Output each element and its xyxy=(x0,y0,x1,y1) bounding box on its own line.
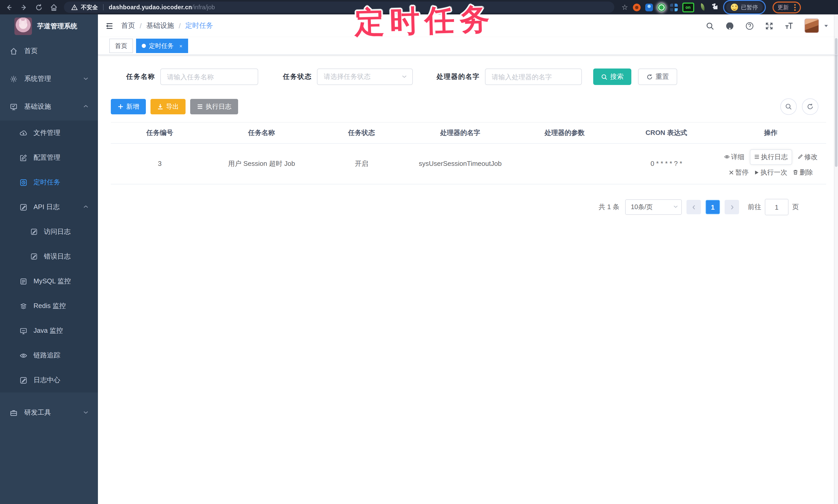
cell-handler-name: sysUserSessionTimeoutJob xyxy=(409,143,512,184)
sidebar-item-trace[interactable]: 链路追踪 xyxy=(0,343,98,368)
goto-page-input[interactable] xyxy=(765,199,788,215)
download-icon xyxy=(157,104,163,110)
extension-icon[interactable] xyxy=(645,3,653,11)
timer-icon xyxy=(20,179,27,186)
refresh-icon xyxy=(806,103,814,110)
export-button[interactable]: 导出 xyxy=(151,99,186,114)
user-avatar[interactable] xyxy=(804,19,819,33)
prev-page-button[interactable] xyxy=(686,200,701,214)
search-button[interactable]: 搜索 xyxy=(593,69,631,85)
page-1-button[interactable]: 1 xyxy=(705,200,720,214)
chrome-update-label[interactable]: 更新 xyxy=(778,3,789,11)
sidebar-item-java-monitor[interactable]: Java 监控 xyxy=(0,318,98,343)
sidebar-item-redis-monitor[interactable]: Redis 监控 xyxy=(0,293,98,318)
row-exec-log-link[interactable]: 执行日志 xyxy=(750,149,792,165)
home-icon[interactable] xyxy=(50,3,58,11)
extension-icon[interactable] xyxy=(633,3,640,11)
sidebar-fold-icon[interactable] xyxy=(105,21,114,30)
bookmark-star-icon[interactable]: ☆ xyxy=(622,4,628,11)
breadcrumb-home[interactable]: 首页 xyxy=(121,21,135,30)
chevron-down-icon[interactable] xyxy=(824,21,829,30)
chevron-down-icon xyxy=(673,203,678,211)
run-once-link[interactable]: 执行一次 xyxy=(754,167,787,179)
sidebar-item-dev-tools[interactable]: 研发工具 xyxy=(0,399,98,427)
extension-icon[interactable] xyxy=(657,3,665,11)
sidebar-item-home[interactable]: 首页 xyxy=(0,37,98,65)
play-icon xyxy=(754,170,759,175)
tag-home[interactable]: 首页 xyxy=(109,39,133,53)
page-size-select[interactable]: 10条/页 xyxy=(625,199,682,215)
tag-scheduled-jobs[interactable]: 定时任务 × xyxy=(136,39,188,53)
browser-menu-icon[interactable] xyxy=(794,4,796,11)
search-icon xyxy=(785,103,792,110)
detail-link[interactable]: 详细 xyxy=(724,151,745,162)
address-bar[interactable]: 不安全 dashboard.yudao.iocoder.cn /infra/jo… xyxy=(64,2,614,13)
chevron-up-icon xyxy=(83,103,89,110)
breadcrumb-current: 定时任务 xyxy=(185,21,213,30)
reset-button[interactable]: 重置 xyxy=(638,69,677,85)
exec-log-button[interactable]: 执行日志 xyxy=(190,99,238,114)
filter-form: 任务名称 任务状态 请选择任务状态 处理器的名字 xyxy=(126,69,825,85)
edit-link[interactable]: 修改 xyxy=(797,151,818,162)
sidebar-item-scheduled-jobs[interactable]: 定时任务 xyxy=(0,170,98,195)
tampermonkey-chip[interactable]: 已暂停 xyxy=(726,2,763,12)
forward-icon[interactable] xyxy=(20,3,28,11)
scrollbar-thumb[interactable] xyxy=(835,38,837,167)
tags-view: 首页 定时任务 × xyxy=(98,37,838,55)
sidebar-item-log-center[interactable]: 日志中心 xyxy=(0,368,98,393)
url-path: /infra/job xyxy=(192,4,215,10)
sidebar-item-error-log[interactable]: 错误日志 xyxy=(0,244,98,269)
monitor-icon xyxy=(20,327,27,335)
help-icon[interactable] xyxy=(745,21,754,30)
reload-icon[interactable] xyxy=(35,3,43,11)
breadcrumb-infra[interactable]: 基础设施 xyxy=(146,21,174,30)
extension-feather-icon[interactable] xyxy=(699,3,706,11)
table-toolbar: 新增 导出 执行日志 xyxy=(111,98,825,115)
extension-icon[interactable] xyxy=(670,3,678,11)
toggle-search-button[interactable] xyxy=(780,98,797,115)
extensions-puzzle-icon[interactable] xyxy=(711,2,718,12)
database-icon xyxy=(20,277,27,285)
close-icon[interactable]: × xyxy=(179,43,182,49)
sidebar-item-system[interactable]: 系统管理 xyxy=(0,65,98,93)
cloud-upload-icon xyxy=(20,129,27,137)
handler-name-input[interactable] xyxy=(485,69,582,85)
refresh-icon xyxy=(646,73,653,80)
list-icon xyxy=(197,104,203,110)
window-scrollbar[interactable] xyxy=(834,14,838,504)
extension-on-badge[interactable]: on xyxy=(682,2,694,12)
delete-link[interactable]: 删除 xyxy=(792,167,813,178)
col-handler-param: 处理器的参数 xyxy=(512,122,617,143)
job-status-select[interactable]: 请选择任务状态 xyxy=(317,69,413,85)
table-row: 3 用户 Session 超时 Job 开启 sysUserSessionTim… xyxy=(111,143,826,184)
job-name-input[interactable] xyxy=(160,69,258,85)
github-icon[interactable] xyxy=(725,21,734,30)
cell-ops: 详细执行日志修改 暂停执行一次删除 xyxy=(715,143,826,184)
infrastructure-icon xyxy=(9,103,18,110)
app-logo[interactable]: 芋道管理系统 xyxy=(0,14,98,37)
pause-link[interactable]: 暂停 xyxy=(729,167,749,179)
sidebar-item-config-manage[interactable]: 配置管理 xyxy=(0,145,98,170)
table-header-row: 任务编号 任务名称 任务状态 处理器的名字 处理器的参数 CRON 表达式 操作 xyxy=(111,122,826,143)
emoji-avatar-icon xyxy=(731,4,738,11)
font-size-icon[interactable] xyxy=(784,22,794,30)
screen: 不安全 dashboard.yudao.iocoder.cn /infra/jo… xyxy=(0,0,838,504)
sidebar-item-access-log[interactable]: 访问日志 xyxy=(0,219,98,244)
next-page-button[interactable] xyxy=(724,200,739,214)
page-unit-label: 页 xyxy=(792,202,799,212)
sidebar-item-api-log[interactable]: API 日志 xyxy=(0,195,98,219)
back-icon[interactable] xyxy=(5,3,13,11)
eye-icon xyxy=(724,154,730,160)
col-handler-name: 处理器的名字 xyxy=(409,122,512,143)
search-icon[interactable] xyxy=(705,21,714,30)
sidebar-item-file-manage[interactable]: 文件管理 xyxy=(0,121,98,145)
add-button[interactable]: 新增 xyxy=(111,99,146,114)
chevron-down-icon xyxy=(401,72,407,82)
warning-icon xyxy=(71,4,78,11)
fullscreen-icon[interactable] xyxy=(765,21,773,30)
sidebar-item-mysql-monitor[interactable]: MySQL 监控 xyxy=(0,269,98,293)
update-annotation-circle: 更新 xyxy=(772,1,801,13)
refresh-button[interactable] xyxy=(802,98,818,115)
sidebar-item-infra[interactable]: 基础设施 xyxy=(0,93,98,121)
trash-icon xyxy=(792,170,798,175)
